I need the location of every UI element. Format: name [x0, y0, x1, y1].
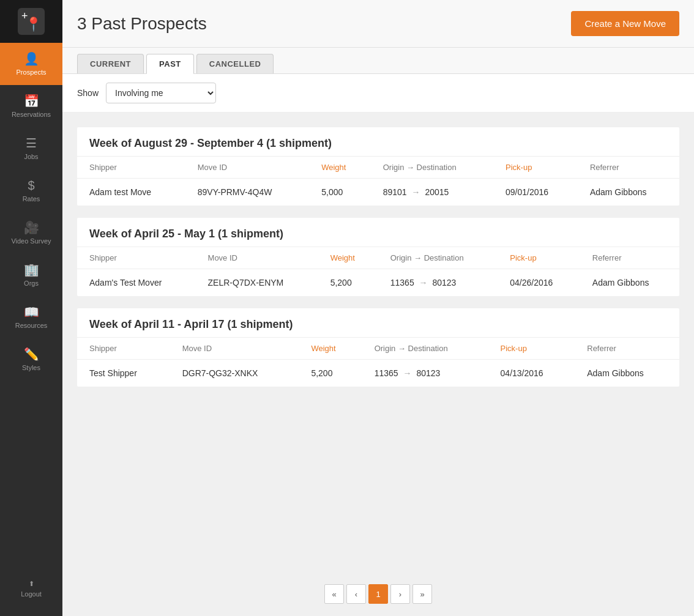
pagination-page-1-button[interactable]: 1: [368, 584, 388, 604]
cell-shipper: Test Shipper: [77, 360, 170, 387]
main-content: 3 Past Prospects Create a New Move CURRE…: [62, 0, 694, 616]
filter-row: Show Involving me All My Team: [62, 74, 694, 113]
pagination-last-button[interactable]: »: [412, 584, 432, 604]
cell-referrer: Adam Gibbons: [580, 269, 679, 297]
cell-origin-dest: 11365 → 80123: [378, 269, 498, 297]
col-shipper-3: Shipper: [77, 338, 170, 360]
arrow-icon: →: [412, 187, 420, 197]
sidebar-bottom: ⬆ Logout: [16, 571, 47, 616]
week-title-2: Week of April 25 - May 1 (1 shipment): [77, 218, 679, 247]
col-pickup-1: Pick-up: [493, 157, 578, 179]
rates-icon: $: [28, 179, 34, 193]
create-new-move-button[interactable]: Create a New Move: [571, 11, 679, 36]
cell-shipper: Adam test Move: [77, 179, 185, 206]
col-referrer-1: Referrer: [578, 157, 679, 179]
sidebar-label-orgs: Orgs: [24, 280, 39, 288]
sidebar-item-jobs[interactable]: ☰ Jobs: [0, 127, 62, 169]
col-shipper-2: Shipper: [77, 247, 196, 269]
col-pickup-3: Pick-up: [488, 338, 575, 360]
sidebar-logo: + 📍: [0, 0, 62, 43]
col-referrer-3: Referrer: [575, 338, 679, 360]
week-title-1: Week of August 29 - September 4 (1 shipm…: [77, 127, 679, 156]
col-origin-dest-2: Origin → Destination: [378, 247, 498, 269]
week-group-1: Week of August 29 - September 4 (1 shipm…: [77, 127, 679, 206]
cell-referrer: Adam Gibbons: [578, 179, 679, 206]
col-referrer-2: Referrer: [580, 247, 679, 269]
content-area: Week of August 29 - September 4 (1 shipm…: [62, 113, 694, 572]
sidebar-nav: 👤 Prospects 📅 Reservations ☰ Jobs $ Rate…: [0, 43, 62, 571]
table-row[interactable]: Test Shipper DGR7-QG32-XNKX 5,200 11365 …: [77, 360, 679, 387]
logo-icon: + 📍: [18, 8, 45, 35]
col-moveid-3: Move ID: [170, 338, 299, 360]
cell-pickup: 04/13/2016: [488, 360, 575, 387]
sidebar-item-prospects[interactable]: 👤 Prospects: [0, 43, 62, 85]
cell-shipper: Adam's Test Mover: [77, 269, 196, 297]
sidebar-item-video-survey[interactable]: 🎥 Video Survey: [0, 212, 62, 254]
table-row[interactable]: Adam test Move 89VY-PRMV-4Q4W 5,000 8910…: [77, 179, 679, 206]
pagination: « ‹ 1 › »: [62, 572, 694, 616]
col-shipper-1: Shipper: [77, 157, 185, 179]
table-week-3: Shipper Move ID Weight Origin → Destinat…: [77, 337, 679, 387]
pagination-next-button[interactable]: ›: [390, 584, 410, 604]
sidebar-item-orgs[interactable]: 🏢 Orgs: [0, 254, 62, 296]
sidebar-item-resources[interactable]: 📖 Resources: [0, 296, 62, 338]
show-select[interactable]: Involving me All My Team: [106, 83, 216, 103]
table-week-2: Shipper Move ID Weight Origin → Destinat…: [77, 247, 679, 296]
logo-pin-icon: 📍: [25, 17, 42, 32]
col-weight-3: Weight: [299, 338, 362, 360]
week-group-3: Week of April 11 - April 17 (1 shipment)…: [77, 308, 679, 387]
sidebar-label-resources: Resources: [15, 322, 48, 330]
cell-weight: 5,200: [299, 360, 362, 387]
main-header: 3 Past Prospects Create a New Move: [62, 0, 694, 48]
sidebar-item-logout[interactable]: ⬆ Logout: [16, 571, 47, 606]
cell-moveid: DGR7-QG32-XNKX: [170, 360, 299, 387]
orgs-icon: 🏢: [24, 262, 39, 277]
arrow-icon: →: [403, 368, 412, 378]
cell-pickup: 04/26/2016: [498, 269, 580, 297]
sidebar-label-rates: Rates: [23, 195, 40, 203]
logout-icon: ⬆: [29, 580, 34, 588]
table-row[interactable]: Adam's Test Mover ZELR-Q7DX-ENYM 5,200 1…: [77, 269, 679, 297]
col-weight-1: Weight: [309, 157, 370, 179]
col-moveid-2: Move ID: [196, 247, 318, 269]
sidebar-label-prospects: Prospects: [17, 69, 47, 76]
cell-moveid: ZELR-Q7DX-ENYM: [196, 269, 318, 297]
arrow-icon: →: [419, 278, 428, 288]
col-origin-dest-3: Origin → Destination: [362, 338, 488, 360]
sidebar-item-rates[interactable]: $ Rates: [0, 170, 62, 212]
cell-origin-dest: 89101 → 20015: [371, 179, 493, 206]
cell-referrer: Adam Gibbons: [575, 360, 679, 387]
video-icon: 🎥: [24, 220, 39, 235]
col-moveid-1: Move ID: [185, 157, 309, 179]
cell-origin-dest: 11365 → 80123: [362, 360, 488, 387]
week-group-2: Week of April 25 - May 1 (1 shipment) Sh…: [77, 218, 679, 296]
reservations-icon: 📅: [24, 94, 39, 108]
sidebar-item-styles[interactable]: ✏️ Styles: [0, 338, 62, 380]
col-pickup-2: Pick-up: [498, 247, 580, 269]
cell-weight: 5,200: [318, 269, 378, 297]
sidebar-label-reservations: Reservations: [12, 111, 51, 119]
week-title-3: Week of April 11 - April 17 (1 shipment): [77, 308, 679, 337]
col-origin-dest-1: Origin → Destination: [371, 157, 493, 179]
sidebar-label-video-survey: Video Survey: [11, 237, 51, 245]
cell-weight: 5,000: [309, 179, 370, 206]
tab-cancelled[interactable]: CANCELLED: [196, 54, 274, 73]
sidebar: + 📍 👤 Prospects 📅 Reservations ☰ Jobs $ …: [0, 0, 62, 616]
page-title: 3 Past Prospects: [77, 14, 207, 34]
prospects-icon: 👤: [24, 51, 39, 66]
sidebar-label-styles: Styles: [22, 364, 40, 372]
resources-icon: 📖: [24, 305, 39, 319]
tabs-bar: CURRENT PAST CANCELLED: [62, 48, 694, 74]
pagination-prev-button[interactable]: ‹: [346, 584, 366, 604]
table-week-1: Shipper Move ID Weight Origin → Destinat…: [77, 156, 679, 206]
sidebar-label-jobs: Jobs: [24, 153, 38, 161]
sidebar-item-reservations[interactable]: 📅 Reservations: [0, 85, 62, 127]
cell-moveid: 89VY-PRMV-4Q4W: [185, 179, 309, 206]
jobs-icon: ☰: [26, 136, 37, 150]
pagination-first-button[interactable]: «: [324, 584, 344, 604]
cell-pickup: 09/01/2016: [493, 179, 578, 206]
tab-current[interactable]: CURRENT: [77, 54, 144, 73]
tab-past[interactable]: PAST: [146, 54, 194, 74]
col-weight-2: Weight: [318, 247, 378, 269]
sidebar-label-logout: Logout: [21, 590, 42, 598]
